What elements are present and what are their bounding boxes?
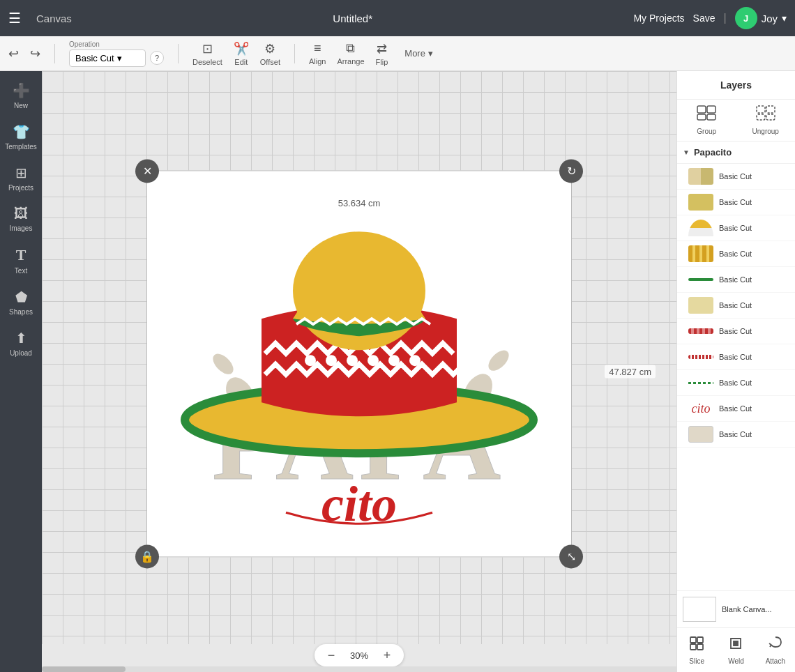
sidebar-item-images[interactable]: 🖼 Images — [0, 200, 42, 238]
layer-thumb-4 — [688, 245, 713, 262]
slice-button[interactable]: Slice — [677, 632, 716, 668]
layer-item-3[interactable]: Basic Cut — [677, 215, 795, 241]
my-projects-link[interactable]: My Projects — [633, 13, 684, 24]
offset-button[interactable]: ⚙ Offset — [260, 41, 280, 66]
layer-item-7[interactable]: Basic Cut — [677, 319, 795, 344]
layer-item-4[interactable]: Basic Cut — [677, 241, 795, 267]
toolbar-separator — [54, 44, 55, 63]
layer-item-5[interactable]: Basic Cut — [677, 267, 795, 293]
sidebar-item-shapes[interactable]: ⬟ Shapes — [0, 283, 42, 321]
zoom-in-button[interactable]: + — [379, 647, 395, 664]
shapes-icon: ⬟ — [15, 289, 27, 305]
user-chevron-icon[interactable]: ▾ — [782, 13, 787, 24]
layer-label-6: Basic Cut — [719, 301, 789, 310]
layer-label-1: Basic Cut — [719, 172, 789, 181]
redo-button[interactable]: ↪ — [30, 46, 40, 61]
layer-item-1[interactable]: Basic Cut — [677, 164, 795, 190]
operation-label: Operation — [69, 40, 164, 48]
user-name: Joy — [762, 13, 778, 24]
arrange-button[interactable]: ⧉ Arrange — [337, 41, 364, 66]
scrollbar-thumb[interactable] — [42, 666, 126, 672]
flip-button[interactable]: ⇄ Flip — [376, 41, 388, 66]
menu-icon[interactable]: ☰ — [8, 10, 25, 26]
save-button[interactable]: Save — [693, 13, 716, 24]
sidebar-item-projects[interactable]: ⊞ Projects — [0, 159, 42, 197]
user-menu[interactable]: J Joy ▾ — [735, 7, 787, 29]
deselect-icon: ⊡ — [202, 41, 213, 56]
sidebar-item-text[interactable]: T Text — [0, 240, 42, 280]
svg-rect-22 — [766, 106, 775, 113]
layer-item-8[interactable]: Basic Cut — [677, 344, 795, 370]
sidebar-shapes-label: Shapes — [9, 308, 33, 316]
operation-section: Operation Basic Cut ▾ ? — [69, 40, 164, 67]
sidebar-item-upload[interactable]: ⬆ Upload — [0, 324, 42, 362]
layer-item-11[interactable]: Basic Cut — [677, 422, 795, 448]
upload-icon: ⬆ — [15, 330, 27, 346]
layer-item-2[interactable]: Basic Cut — [677, 190, 795, 215]
flip-label: Flip — [376, 58, 388, 66]
attach-button[interactable]: Attach — [756, 632, 795, 668]
more-button[interactable]: More ▾ — [404, 48, 433, 59]
align-label: Align — [309, 57, 326, 66]
bottom-action-bar: Slice Weld Attach — [677, 627, 795, 672]
blank-canvas-label: Blank Canva... — [722, 605, 772, 613]
weld-button[interactable]: Weld — [716, 632, 755, 668]
sidebar-item-templates[interactable]: 👕 Templates — [0, 118, 42, 156]
left-sidebar: ➕ New 👕 Templates ⊞ Projects 🖼 Images T … — [0, 71, 42, 672]
group-chevron-icon: ▼ — [683, 148, 690, 156]
layer-label-7: Basic Cut — [719, 327, 789, 335]
align-button[interactable]: ≡ Align — [309, 41, 326, 66]
rotate-handle[interactable]: ↻ — [559, 159, 583, 183]
canvas-area[interactable]: PAPA — [42, 71, 676, 672]
layer-item-6[interactable]: Basic Cut — [677, 293, 795, 319]
canvas-label: Canvas — [36, 13, 72, 24]
arrange-icon: ⧉ — [346, 41, 355, 56]
zoom-controls: − 30% + — [315, 644, 404, 666]
new-icon: ➕ — [13, 82, 30, 99]
operation-value: Basic Cut — [75, 53, 114, 63]
topbar-divider: | — [724, 12, 727, 24]
zoom-out-button[interactable]: − — [323, 647, 340, 664]
undo-button[interactable]: ↩ — [8, 46, 19, 61]
svg-rect-21 — [757, 106, 765, 113]
layer-label-9: Basic Cut — [719, 379, 789, 387]
operation-chevron-icon: ▾ — [117, 53, 122, 63]
layer-label-8: Basic Cut — [719, 353, 789, 361]
layer-thumb-2 — [688, 194, 713, 211]
slice-label: Slice — [689, 657, 704, 665]
layer-label-4: Basic Cut — [719, 250, 789, 258]
close-handle[interactable]: ✕ — [135, 159, 159, 183]
resize-handle[interactable]: ⤡ — [559, 544, 583, 568]
sidebar-item-new[interactable]: ➕ New — [0, 77, 42, 115]
offset-icon: ⚙ — [264, 41, 275, 56]
group-item-papacito[interactable]: ▼ Papacito — [677, 142, 795, 164]
deselect-button[interactable]: ⊡ Deselect — [192, 41, 222, 66]
svg-rect-24 — [766, 114, 775, 120]
blank-canvas-thumb — [683, 597, 716, 622]
operation-select[interactable]: Basic Cut ▾ — [69, 49, 146, 67]
lock-handle[interactable]: 🔒 — [135, 544, 159, 568]
layer-thumb-3 — [688, 220, 713, 236]
avatar: J — [735, 7, 757, 29]
zoom-value: 30% — [345, 650, 373, 661]
help-button[interactable]: ? — [150, 51, 164, 65]
ungroup-button[interactable]: Ungroup — [736, 100, 796, 141]
sidebar-text-label: Text — [15, 267, 27, 275]
ungroup-icon — [756, 105, 775, 125]
layer-item-9[interactable]: Basic Cut — [677, 370, 795, 396]
right-panel: Layers Group — [676, 71, 795, 672]
layer-item-10[interactable]: cito Basic Cut — [677, 396, 795, 422]
edit-button[interactable]: ✂️ Edit — [234, 41, 249, 66]
group-button[interactable]: Group — [677, 100, 736, 141]
layer-label-2: Basic Cut — [719, 198, 789, 206]
topbar: ☰ Canvas Untitled* My Projects Save | J … — [0, 0, 795, 36]
arrange-label: Arrange — [337, 57, 364, 66]
layer-label-5: Basic Cut — [719, 275, 789, 284]
layers-list: ▼ Papacito Basic Cut Basic Cut Basic Cut… — [677, 142, 795, 590]
more-label: More — [404, 48, 425, 59]
more-chevron-icon: ▾ — [428, 48, 433, 59]
edit-label: Edit — [234, 58, 248, 66]
canvas-scrollbar[interactable] — [42, 666, 676, 672]
sidebar-templates-label: Templates — [5, 143, 37, 151]
slice-icon — [688, 635, 705, 655]
